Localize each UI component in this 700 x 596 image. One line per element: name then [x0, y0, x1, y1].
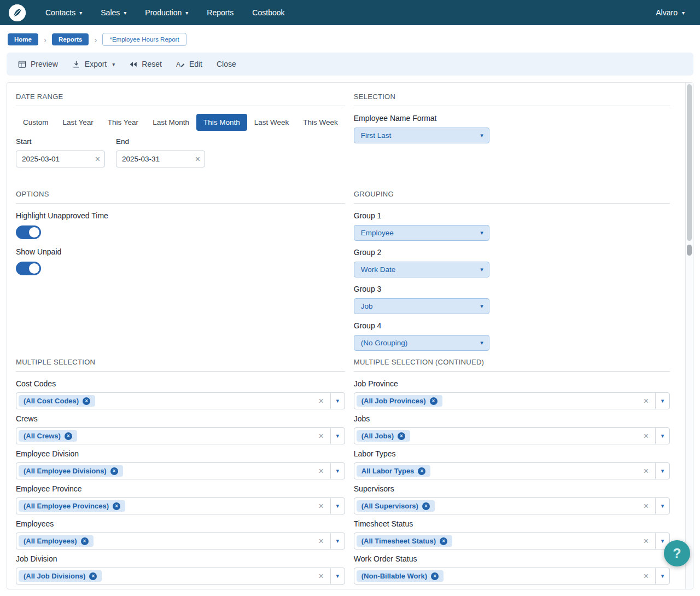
nav-production[interactable]: Production ▾ — [145, 8, 188, 17]
caret-down-icon[interactable]: ▾ — [655, 568, 669, 584]
top-navbar: Contacts ▾ Sales ▾ Production ▾ Reports … — [0, 0, 700, 25]
clear-selection-icon[interactable]: × — [312, 537, 330, 546]
employees-multiselect[interactable]: (All Employees) × × ▾ — [16, 533, 345, 549]
scrollbar-thumb[interactable] — [687, 84, 692, 241]
reset-button[interactable]: Reset — [122, 55, 169, 73]
clear-selection-icon[interactable]: × — [637, 467, 655, 476]
user-name: Alvaro — [656, 8, 678, 17]
jobs-field: Jobs (All Jobs) × × ▾ — [354, 414, 670, 444]
show-unpaid-toggle[interactable] — [16, 262, 41, 275]
clear-selection-icon[interactable]: × — [312, 432, 330, 441]
breadcrumb-current-report[interactable]: *Employee Hours Report — [102, 33, 186, 46]
group-3-select[interactable]: Job ▾ — [354, 298, 489, 314]
clear-selection-icon[interactable]: × — [637, 432, 655, 441]
scrollbar-thumb[interactable] — [687, 245, 692, 256]
chip-remove-icon[interactable]: × — [398, 432, 405, 440]
clear-start-date-icon[interactable]: × — [95, 155, 100, 164]
jobs-multiselect[interactable]: (All Jobs) × × ▾ — [354, 427, 670, 444]
caret-down-icon[interactable]: ▾ — [330, 533, 345, 549]
chip-remove-icon[interactable]: × — [65, 432, 72, 440]
preset-last-month[interactable]: Last Month — [145, 114, 196, 131]
start-date-input[interactable] — [16, 151, 105, 167]
clear-end-date-icon[interactable]: × — [195, 155, 200, 164]
caret-down-icon[interactable]: ▾ — [655, 428, 669, 444]
crews-multiselect[interactable]: (All Crews) × × ▾ — [16, 427, 345, 444]
caret-down-icon[interactable]: ▾ — [330, 568, 345, 584]
caret-down-icon[interactable]: ▾ — [330, 463, 345, 479]
breadcrumb-home[interactable]: Home — [8, 33, 38, 45]
clear-selection-icon[interactable]: × — [637, 397, 655, 406]
help-button[interactable]: ? — [664, 540, 690, 566]
nav-reports[interactable]: Reports — [207, 8, 234, 17]
main-nav: Contacts ▾ Sales ▾ Production ▾ Reports … — [45, 8, 304, 17]
export-label: Export — [85, 60, 107, 68]
highlight-unapproved-time-block: Highlight Unapproved Time — [16, 211, 345, 239]
edit-button[interactable]: A Edit — [169, 55, 209, 73]
clear-selection-icon[interactable]: × — [637, 537, 655, 546]
caret-down-icon[interactable]: ▾ — [330, 498, 345, 514]
preview-button[interactable]: Preview — [11, 55, 65, 73]
employee-name-format-select[interactable]: First Last ▾ — [354, 128, 489, 143]
chip-remove-icon[interactable]: × — [418, 467, 425, 475]
chip-label: (All Crews) — [24, 432, 61, 440]
chip-remove-icon[interactable]: × — [113, 502, 120, 510]
chip-remove-icon[interactable]: × — [83, 397, 90, 405]
chip-remove-icon[interactable]: × — [430, 397, 438, 405]
preset-this-week[interactable]: This Week — [296, 114, 345, 131]
multiple-selection-heading: MULTIPLE SELECTION — [16, 358, 345, 372]
nav-costbook[interactable]: Costbook — [252, 8, 284, 17]
chip-label: (All Employees) — [24, 537, 77, 545]
employee-province-multiselect[interactable]: (All Employee Provinces) × × ▾ — [16, 497, 345, 514]
clear-selection-icon[interactable]: × — [312, 572, 330, 581]
caret-down-icon[interactable]: ▾ — [655, 463, 669, 479]
chip-remove-icon[interactable]: × — [110, 467, 118, 475]
employee-division-multiselect[interactable]: (All Employee Divisions) × × ▾ — [16, 462, 345, 479]
work-order-status-multiselect[interactable]: (Non-Billable Work) × × ▾ — [354, 568, 670, 585]
job-division-multiselect[interactable]: (All Job Divisions) × × ▾ — [16, 568, 345, 585]
clear-selection-icon[interactable]: × — [312, 397, 330, 406]
end-date-input[interactable] — [116, 151, 205, 167]
labor-types-multiselect[interactable]: All Labor Types × × ▾ — [354, 462, 670, 479]
highlight-unapproved-time-toggle[interactable] — [16, 225, 41, 239]
clear-selection-icon[interactable]: × — [312, 467, 330, 476]
preset-this-month[interactable]: This Month — [196, 114, 247, 131]
group-3-value: Job — [361, 302, 373, 310]
group-2-select[interactable]: Work Date ▾ — [354, 262, 489, 277]
preset-this-year[interactable]: This Year — [101, 114, 145, 131]
group-1-select[interactable]: Employee ▾ — [354, 225, 489, 241]
nav-contacts[interactable]: Contacts ▾ — [45, 8, 82, 17]
group-4-select[interactable]: (No Grouping) ▾ — [354, 335, 489, 351]
employee-division-label: Employee Division — [16, 449, 345, 458]
user-menu[interactable]: Alvaro ▾ — [656, 8, 685, 17]
clear-selection-icon[interactable]: × — [637, 502, 655, 511]
chip-remove-icon[interactable]: × — [81, 537, 89, 545]
job-province-multiselect[interactable]: (All Job Provinces) × × ▾ — [354, 392, 670, 409]
close-button[interactable]: Close — [209, 55, 243, 73]
chip-remove-icon[interactable]: × — [89, 572, 97, 580]
caret-down-icon[interactable]: ▾ — [655, 498, 669, 514]
vertical-scrollbar[interactable] — [685, 83, 693, 589]
clear-selection-icon[interactable]: × — [312, 502, 330, 511]
timesheet-status-multiselect[interactable]: (All Timesheet Status) × × ▾ — [354, 533, 670, 549]
caret-down-icon[interactable]: ▾ — [655, 393, 669, 409]
export-button[interactable]: Export ▾ — [65, 55, 122, 73]
cost-codes-multiselect[interactable]: (All Cost Codes) × × ▾ — [16, 392, 345, 409]
preset-last-week[interactable]: Last Week — [247, 114, 296, 131]
chip-remove-icon[interactable]: × — [422, 502, 430, 510]
chip-remove-icon[interactable]: × — [431, 572, 439, 580]
chip-remove-icon[interactable]: × — [440, 537, 447, 545]
nav-sales[interactable]: Sales ▾ — [101, 8, 126, 17]
selected-chip: (All Cost Codes) × — [19, 395, 95, 407]
caret-down-icon[interactable]: ▾ — [330, 393, 345, 409]
preset-last-year[interactable]: Last Year — [56, 114, 101, 131]
chip-label: (All Jobs) — [361, 432, 394, 440]
caret-down-icon[interactable]: ▾ — [330, 428, 345, 444]
preset-custom[interactable]: Custom — [16, 114, 56, 131]
group-3-field: Group 3 Job ▾ — [354, 285, 670, 314]
clear-selection-icon[interactable]: × — [637, 572, 655, 581]
breadcrumb-reports[interactable]: Reports — [52, 33, 89, 45]
app-logo[interactable] — [9, 4, 26, 21]
caret-down-icon: ▾ — [185, 10, 188, 16]
start-date-input-wrap: × — [16, 151, 105, 167]
supervisors-multiselect[interactable]: (All Supervisors) × × ▾ — [354, 497, 670, 514]
